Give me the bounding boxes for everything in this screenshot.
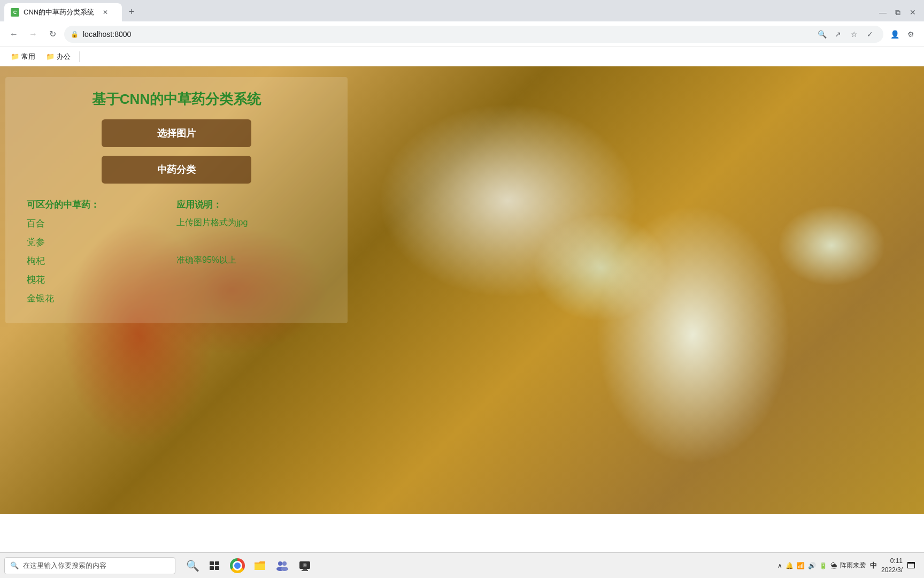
bookmark-label: 常用: [21, 52, 35, 62]
bookmark-bangong[interactable]: 📁 办公: [42, 50, 75, 64]
share-icon[interactable]: ↗: [831, 27, 845, 41]
bookmark-icon[interactable]: ☆: [847, 27, 861, 41]
taskbar-users-icon[interactable]: [272, 555, 293, 576]
panel-title: 基于CNN的中草药分类系统: [5, 77, 348, 119]
taskbar-right: ∧ 🔔 📶 🔊 🔋 🌦 阵雨来袭 中 0:11 2022/3/ 🗔: [777, 557, 924, 575]
svg-point-11: [304, 564, 306, 566]
tab-close-button[interactable]: ✕: [101, 7, 110, 17]
svg-point-6: [282, 561, 287, 566]
check-icon[interactable]: ✓: [863, 27, 877, 41]
lock-icon: 🔒: [71, 31, 79, 38]
herb-3: 槐花: [27, 271, 176, 288]
close-button[interactable]: ✕: [906, 5, 920, 19]
app-note-spacer-2: [176, 271, 326, 288]
profile-icon[interactable]: 👤: [888, 27, 902, 41]
taskbar-icons: 🔍: [182, 555, 315, 576]
search-icon: 🔍: [10, 561, 19, 569]
svg-rect-3: [215, 566, 219, 570]
svg-rect-4: [255, 564, 265, 570]
app-note-0: 上传图片格式为jpg: [176, 215, 326, 232]
taskbar-search-button[interactable]: 🔍: [182, 555, 203, 576]
network-icon: 🔔: [786, 562, 794, 569]
bookmark-changying[interactable]: 📁 常用: [6, 50, 40, 64]
systray-expand[interactable]: ∧: [777, 562, 782, 569]
bookmark-label-2: 办公: [57, 52, 71, 62]
svg-rect-12: [303, 569, 307, 570]
taskbar-search[interactable]: 🔍 在这里输入你要搜索的内容: [4, 557, 175, 574]
classify-button[interactable]: 中药分类: [102, 156, 251, 184]
url-text: localhost:8000: [83, 30, 811, 39]
taskbar-media-icon[interactable]: [294, 555, 315, 576]
folder-icon-2: 📁: [46, 52, 55, 60]
svg-rect-1: [215, 561, 219, 565]
url-actions: 🔍 ↗ ☆ ✓: [815, 27, 877, 41]
bookmark-divider: [79, 51, 80, 62]
taskbar-language[interactable]: 中: [870, 561, 877, 571]
new-tab-button[interactable]: +: [124, 4, 139, 19]
date-display: 2022/3/: [881, 566, 903, 575]
restore-button[interactable]: ⧉: [891, 5, 905, 19]
browser-chrome: C CNN的中草药分类系统 ✕ + — ⧉ ✕ ← → ↻ 🔒 localhos…: [0, 0, 924, 66]
forward-button[interactable]: →: [26, 27, 41, 42]
svg-rect-13: [302, 570, 308, 571]
tab-bar: C CNN的中草药分类系统 ✕ + — ⧉ ✕: [0, 0, 924, 21]
address-bar: ← → ↻ 🔒 localhost:8000 🔍 ↗ ☆ ✓ 👤 ⚙: [0, 21, 924, 47]
herb-2: 枸杞: [27, 253, 176, 269]
app-label: 应用说明：: [176, 196, 326, 213]
search-placeholder: 在这里输入你要搜索的内容: [23, 561, 106, 571]
taskbar-clock: 0:11 2022/3/: [881, 557, 903, 575]
time-display: 0:11: [881, 557, 903, 566]
search-url-icon[interactable]: 🔍: [815, 27, 829, 41]
back-button[interactable]: ←: [6, 27, 21, 42]
battery-icon: 🔋: [819, 562, 827, 569]
main-panel: 基于CNN的中草药分类系统 选择图片 中药分类 可区分的中草药： 应用说明： 百…: [5, 77, 348, 323]
herbs-label: 可区分的中草药：: [27, 196, 176, 213]
taskbar-explorer-icon[interactable]: [249, 555, 271, 576]
svg-point-5: [278, 561, 282, 566]
app-note-spacer: [176, 234, 326, 250]
taskbar: 🔍 在这里输入你要搜索的内容 🔍: [0, 552, 924, 578]
weather-icon: 🌦: [830, 562, 837, 569]
tab-title: CNN的中草药分类系统: [24, 7, 94, 17]
select-image-button[interactable]: 选择图片: [102, 119, 251, 147]
svg-point-8: [281, 567, 288, 571]
volume-icon: 🔊: [808, 562, 816, 569]
herb-1: 党参: [27, 234, 176, 250]
page-content: 基于CNN的中草药分类系统 选择图片 中药分类 可区分的中草药： 应用说明： 百…: [0, 66, 924, 514]
folder-icon: 📁: [11, 52, 19, 60]
info-grid: 可区分的中草药： 应用说明： 百合 上传图片格式为jpg 党参 枸杞 准确率95…: [5, 196, 348, 307]
notification-icon[interactable]: 🗔: [907, 561, 915, 571]
url-bar[interactable]: 🔒 localhost:8000 🔍 ↗ ☆ ✓: [64, 26, 883, 43]
browser-action-buttons: 👤 ⚙: [888, 27, 918, 41]
app-note-1: 准确率95%以上: [176, 253, 326, 269]
weather-text: 阵雨来袭: [840, 561, 866, 570]
svg-rect-2: [210, 566, 214, 570]
herb-4: 金银花: [27, 290, 176, 307]
window-controls: — ⧉ ✕: [876, 5, 920, 19]
bookmarks-bar: 📁 常用 📁 办公: [0, 47, 924, 66]
herb-0: 百合: [27, 215, 176, 232]
settings-icon[interactable]: ⚙: [904, 27, 918, 41]
chrome-logo: [230, 558, 245, 573]
taskbar-taskview-button[interactable]: [204, 555, 226, 576]
reload-button[interactable]: ↻: [45, 27, 60, 42]
minimize-button[interactable]: —: [876, 5, 890, 19]
svg-rect-0: [210, 561, 214, 565]
systray: ∧ 🔔 📶 🔊 🔋 🌦 阵雨来袭: [777, 561, 866, 570]
wifi-icon: 📶: [797, 562, 805, 569]
app-note-spacer-3: [176, 290, 326, 307]
active-tab[interactable]: C CNN的中草药分类系统 ✕: [4, 3, 122, 21]
taskbar-chrome-icon[interactable]: [227, 555, 248, 576]
tab-favicon: C: [11, 8, 19, 17]
